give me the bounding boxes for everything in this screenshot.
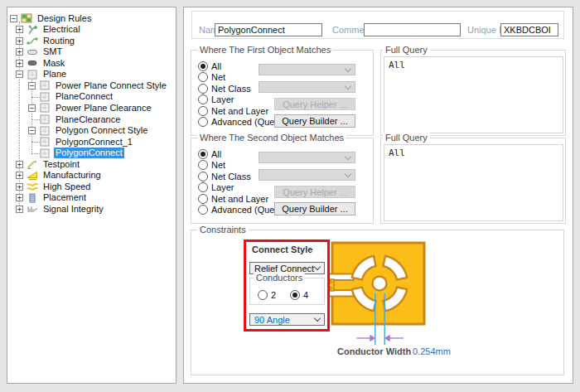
- second-query-builder-button[interactable]: Query Builder ...: [274, 202, 355, 215]
- conductor-width-value: 0.254mm: [413, 346, 451, 356]
- conductor-width-label: Conductor Width: [337, 346, 407, 356]
- tree-item-power-plane-connect-style[interactable]: −Power Plane Connect Style: [8, 80, 175, 91]
- first-match-radio-layer[interactable]: Layer: [198, 94, 234, 105]
- tree-item-mask[interactable]: +Mask: [8, 57, 175, 69]
- highlight-annotation-box: [244, 240, 330, 332]
- tree-item-label: Routing: [41, 36, 76, 46]
- collapse-toggle-icon[interactable]: −: [10, 15, 17, 22]
- second-match-radio-advanced-query[interactable]: Advanced (Query): [198, 205, 285, 215]
- mask-icon: [27, 58, 38, 68]
- smt-icon: [27, 47, 38, 57]
- relief-connect-preview: [324, 237, 457, 361]
- first-match-radio-net-and-layer[interactable]: Net and Layer: [198, 105, 268, 116]
- pad-hole: [373, 277, 387, 291]
- tree-item-polygon-connect-style[interactable]: −Polygon Connect Style: [8, 125, 175, 137]
- collapse-toggle-icon[interactable]: −: [28, 127, 36, 134]
- comment-input[interactable]: [364, 23, 461, 36]
- tree-item-smt[interactable]: +SMT: [8, 46, 175, 58]
- expand-toggle-icon[interactable]: +: [16, 206, 23, 213]
- radio-unselected-icon: [198, 182, 208, 192]
- rule-icon: [39, 114, 51, 124]
- tree-item-placement[interactable]: +Placement: [8, 192, 175, 204]
- testpoint-icon: [27, 159, 38, 169]
- second-full-query-group: Full Query All: [380, 138, 566, 224]
- expand-toggle-icon[interactable]: +: [16, 60, 23, 67]
- name-input[interactable]: [215, 23, 322, 36]
- first-match-radio-net-class[interactable]: Net Class: [198, 83, 251, 94]
- radio-unselected-icon: [198, 194, 208, 204]
- plane-icon: [27, 70, 38, 80]
- first-match-radio-all[interactable]: All: [198, 60, 221, 71]
- radio-unselected-icon: [198, 94, 208, 104]
- second-match-radio-layer[interactable]: Layer: [198, 182, 234, 193]
- rule-header-bar: Name Comment Unique ID: [191, 11, 564, 39]
- first-query-builder-button[interactable]: Query Builder ...: [274, 114, 355, 128]
- radio-unselected-icon: [198, 160, 208, 170]
- second-match-radio-net-and-layer[interactable]: Net and Layer: [198, 193, 268, 204]
- tree-item-label: Plane: [41, 69, 68, 80]
- expand-toggle-icon[interactable]: +: [16, 26, 23, 33]
- expand-toggle-icon[interactable]: +: [16, 194, 23, 201]
- first-object-match-title: Where The First Object Matches: [197, 45, 333, 55]
- expand-toggle-icon[interactable]: +: [16, 161, 23, 168]
- unique-id-input[interactable]: [500, 23, 558, 36]
- chevron-down-icon: [345, 152, 351, 159]
- tree-item-plane[interactable]: −Plane: [8, 69, 175, 80]
- first-net-select: [259, 64, 355, 75]
- radio-label: Net Class: [211, 172, 251, 181]
- radio-selected-icon: [198, 149, 208, 159]
- collapse-toggle-icon[interactable]: −: [28, 82, 36, 90]
- second-match-radio-all[interactable]: All: [198, 148, 221, 159]
- expand-toggle-icon[interactable]: +: [16, 172, 23, 179]
- radio-label: Layer: [211, 94, 234, 104]
- tree-item-testpoint[interactable]: +Testpoint: [8, 158, 175, 170]
- first-object-match-group: Where The First Object Matches AllNetNet…: [191, 50, 374, 136]
- tree-item-power-plane-clearance[interactable]: −Power Plane Clearance: [8, 102, 175, 114]
- radio-label: Net: [211, 72, 225, 82]
- second-match-radio-net[interactable]: Net: [198, 160, 225, 171]
- expand-toggle-icon[interactable]: +: [16, 48, 23, 56]
- radio-label: Net: [211, 160, 225, 170]
- first-match-radio-advanced-query[interactable]: Advanced (Query): [198, 117, 285, 128]
- radio-unselected-icon: [198, 84, 208, 94]
- first-match-radio-net[interactable]: Net: [198, 72, 225, 83]
- tree-item-label: Manufacturing: [41, 170, 103, 181]
- routing-icon: [27, 36, 38, 46]
- first-query-helper-button: Query Helper ...: [274, 98, 355, 110]
- electrical-icon: [27, 25, 38, 35]
- tree-item-routing[interactable]: +Routing: [8, 35, 175, 46]
- expand-toggle-icon[interactable]: +: [16, 183, 23, 191]
- radio-label: Layer: [211, 182, 234, 192]
- tree-item-planeclearance[interactable]: PlaneClearance: [8, 114, 175, 125]
- tree-item-label: Signal Integrity: [41, 204, 105, 215]
- first-full-query-group: Full Query All: [380, 50, 566, 136]
- tree-item-label: PlaneClearance: [54, 114, 122, 125]
- second-object-match-group: Where The Second Object Matches AllNetNe…: [191, 138, 374, 224]
- radio-unselected-icon: [198, 172, 208, 181]
- second-match-radio-net-class[interactable]: Net Class: [198, 171, 251, 181]
- tree-item-high-speed[interactable]: +High Speed: [8, 181, 175, 192]
- tree-item-signal-integrity[interactable]: +Signal Integrity: [8, 203, 175, 215]
- tree-item-label: High Speed: [41, 181, 93, 192]
- tree-item-electrical[interactable]: +Electrical: [8, 24, 175, 36]
- radio-unselected-icon: [198, 106, 208, 116]
- tree-item-polygonconnect-1[interactable]: PolygonConnect_1: [8, 136, 175, 148]
- tree-item-planeconnect[interactable]: PlaneConnect: [8, 91, 175, 103]
- tree-item-label: PolygonConnect: [54, 148, 124, 158]
- constraints-group: Constraints Connect Style Relief Connect…: [191, 230, 564, 375]
- rule-type-icon: [39, 80, 51, 90]
- tree-item-polygonconnect[interactable]: PolygonConnect: [8, 148, 175, 159]
- tree-item-label: Design Rules: [36, 13, 93, 24]
- tree-item-design-rules[interactable]: −Design Rules: [8, 12, 175, 24]
- tree-item-manufacturing[interactable]: +Manufacturing: [8, 170, 175, 181]
- rule-editor-panel: Name Comment Unique ID Where The First O…: [183, 7, 573, 384]
- radio-unselected-icon: [198, 205, 208, 215]
- collapse-toggle-icon[interactable]: −: [16, 70, 23, 78]
- expand-toggle-icon[interactable]: +: [16, 37, 23, 45]
- collapse-toggle-icon[interactable]: −: [28, 104, 36, 112]
- radio-label: All: [211, 149, 221, 159]
- query-builder-label: Query Builder ...: [282, 204, 347, 214]
- radio-label: All: [211, 61, 221, 71]
- radio-label: Net and Layer: [211, 106, 268, 116]
- tree-item-label: Mask: [41, 58, 66, 69]
